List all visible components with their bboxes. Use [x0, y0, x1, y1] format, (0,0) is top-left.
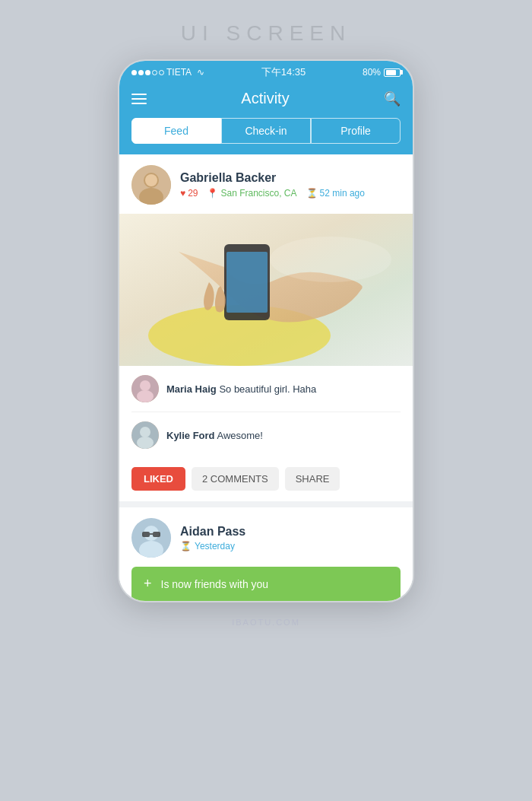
content: Gabriella Backer ♥ 29 📍 San Francisco, C…: [119, 154, 413, 601]
battery-percent: 80%: [363, 67, 381, 78]
post-image-svg: [119, 214, 413, 366]
status-left: TIETA ∿: [131, 67, 204, 78]
likes-count: 29: [188, 188, 198, 199]
header: Activity 🔍: [119, 82, 413, 118]
friend-action-button[interactable]: + Is now friends with you: [131, 567, 401, 601]
comments-section: Maria Haig So beautiful girl. Haha Kylie…: [119, 366, 413, 458]
avatar-svg: [131, 165, 171, 205]
dot-5: [159, 70, 164, 75]
friend-clock-icon: ⏳: [180, 541, 192, 551]
commenter-avatar-2: [131, 421, 159, 449]
friend-action-text: Is now friends with you: [161, 578, 269, 590]
time-text: 52 min ago: [320, 188, 365, 199]
post-header: Gabriella Backer ♥ 29 📍 San Francisco, C…: [119, 154, 413, 214]
dot-2: [138, 70, 144, 75]
friend-meta: Aidan Pass ⏳ Yesterday: [180, 525, 401, 551]
comment-item-1: Maria Haig So beautiful girl. Haha: [131, 366, 401, 412]
liked-button[interactable]: LIKED: [131, 467, 185, 491]
phone-frame: TIETA ∿ 下午14:35 80% Activity 🔍 Feed Chec…: [118, 59, 414, 602]
location-text: San Francisco, CA: [220, 188, 296, 199]
dot-4: [152, 70, 157, 75]
plus-icon: +: [144, 576, 152, 592]
svg-rect-19: [153, 532, 160, 537]
svg-rect-18: [142, 532, 150, 537]
commenter-name-1: Maria Haig: [166, 383, 217, 395]
friend-avatar-svg: [131, 518, 171, 558]
battery-icon: [384, 68, 401, 77]
status-time: 下午14:35: [261, 65, 306, 79]
svg-point-13: [140, 427, 150, 437]
battery-tip: [401, 70, 403, 75]
carrier-text: TIETA: [166, 67, 192, 78]
page-title: UI SCREEN: [181, 21, 351, 46]
tabs-bar: Feed Check-in Profile: [119, 118, 413, 154]
tab-checkin[interactable]: Check-in: [221, 118, 311, 144]
signal-dots: [131, 70, 164, 75]
comment-text-1: Maria Haig So beautiful girl. Haha: [166, 383, 316, 395]
svg-point-14: [137, 437, 154, 449]
post-location: 📍 San Francisco, CA: [207, 188, 296, 199]
ham-line-3: [131, 103, 147, 104]
status-right: 80%: [363, 67, 401, 78]
svg-point-3: [145, 174, 157, 186]
pin-icon: 📍: [207, 188, 218, 199]
svg-point-11: [137, 390, 154, 402]
comment-body-1b: So beautiful girl. Haha: [219, 383, 316, 395]
post-meta: Gabriella Backer ♥ 29 📍 San Francisco, C…: [180, 171, 401, 199]
wifi-icon: ∿: [197, 67, 204, 78]
comment-text-2: Kylie Ford Awesome!: [166, 430, 263, 441]
tab-profile[interactable]: Profile: [311, 118, 401, 144]
commenter-svg-2: [131, 421, 159, 449]
heart-icon: ♥: [180, 188, 185, 199]
friend-avatar: [131, 518, 171, 558]
post-details: ♥ 29 📍 San Francisco, CA ⏳ 52 min ago: [180, 188, 401, 199]
search-icon[interactable]: 🔍: [384, 91, 401, 107]
tab-feed[interactable]: Feed: [131, 118, 221, 144]
friend-time-text: Yesterday: [195, 541, 235, 551]
menu-button[interactable]: [131, 94, 147, 104]
commenter-svg-1: [131, 375, 159, 402]
post-author-name: Gabriella Backer: [180, 171, 401, 185]
section-divider: [119, 501, 413, 507]
friend-card: Aidan Pass ⏳ Yesterday + Is now friends …: [119, 507, 413, 601]
post-likes: ♥ 29: [180, 188, 198, 199]
clock-icon: ⏳: [306, 188, 318, 199]
watermark: IBAOTU.COM: [232, 602, 300, 634]
post-card: Gabriella Backer ♥ 29 📍 San Francisco, C…: [119, 154, 413, 501]
friend-time: ⏳ Yesterday: [180, 541, 401, 551]
post-image: [119, 214, 413, 366]
comments-button[interactable]: 2 COMMENTS: [192, 467, 279, 491]
action-buttons: LIKED 2 COMMENTS SHARE: [119, 458, 413, 501]
friend-header: Aidan Pass ⏳ Yesterday: [131, 518, 401, 567]
status-bar: TIETA ∿ 下午14:35 80%: [119, 61, 413, 82]
battery-fill: [386, 70, 396, 75]
svg-rect-7: [226, 252, 268, 313]
post-time: ⏳ 52 min ago: [306, 188, 365, 199]
ham-line-2: [131, 98, 147, 100]
dot-1: [131, 70, 137, 75]
avatar: [131, 165, 171, 205]
comment-body-2b: Awesome!: [217, 430, 262, 441]
commenter-name-2: Kylie Ford: [166, 430, 215, 441]
friend-name: Aidan Pass: [180, 525, 401, 539]
dot-3: [145, 70, 150, 75]
commenter-avatar-1: [131, 375, 159, 402]
svg-point-8: [270, 237, 391, 282]
ham-line-1: [131, 94, 147, 95]
share-button[interactable]: SHARE: [285, 467, 340, 491]
header-title: Activity: [241, 90, 289, 107]
comment-item-2: Kylie Ford Awesome!: [131, 412, 401, 458]
svg-point-10: [140, 380, 150, 391]
